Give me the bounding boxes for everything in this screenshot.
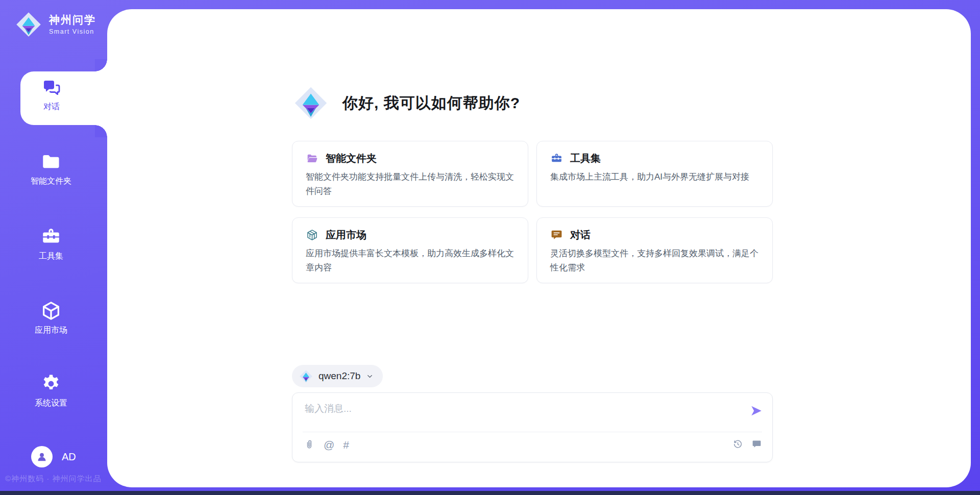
- open-folder-icon: [306, 152, 318, 165]
- assistant-gem-icon: [293, 86, 328, 120]
- brand-logo: 神州问学 Smart Vision: [15, 11, 96, 38]
- toolbox-icon: [40, 226, 62, 247]
- chat-bubbles-icon: [41, 78, 62, 98]
- toolbox-icon: [550, 152, 563, 165]
- main-panel: 你好, 我可以如何帮助你? 智能文件夹 智能文件夹功能支持批量文件上传与清洗，轻…: [107, 9, 971, 487]
- gear-icon: [40, 373, 62, 394]
- composer-tools-right: [732, 439, 762, 450]
- active-tab-fillet-bottom: [95, 125, 107, 137]
- sidebar-item-smart-folders[interactable]: 智能文件夹: [8, 151, 94, 187]
- attachment-icon: [304, 439, 315, 450]
- history-button[interactable]: [732, 439, 743, 450]
- feature-cards: 智能文件夹 智能文件夹功能支持批量文件上传与清洗，轻松实现文件问答 工具集 集成…: [292, 141, 773, 283]
- message-input[interactable]: [304, 401, 734, 430]
- user-name: AD: [62, 451, 76, 463]
- folder-icon: [40, 151, 62, 172]
- history-icon: [732, 439, 743, 450]
- sidebar-item-label: 对话: [20, 102, 83, 112]
- card-description: 集成市场上主流工具，助力AI与外界无缝扩展与对接: [550, 170, 759, 184]
- mention-button[interactable]: @: [324, 439, 334, 450]
- card-title: 智能文件夹: [326, 152, 377, 165]
- sidebar-item-label: 应用市场: [8, 325, 94, 336]
- cube-icon: [40, 300, 62, 321]
- chevron-down-icon: [366, 373, 374, 380]
- greeting-block: 你好, 我可以如何帮助你?: [293, 86, 520, 120]
- cube-grid-icon: [306, 229, 318, 241]
- card-description: 智能文件夹功能支持批量文件上传与清洗，轻松实现文件问答: [306, 170, 514, 199]
- user-profile[interactable]: AD: [31, 446, 76, 467]
- greeting-title: 你好, 我可以如何帮助你?: [342, 93, 520, 114]
- card-toolset[interactable]: 工具集 集成市场上主流工具，助力AI与外界无缝扩展与对接: [536, 141, 773, 207]
- card-description: 灵活切换多模型文件，支持多样回复效果调试，满足个性化需求: [550, 246, 759, 275]
- active-tab-fillet-top: [95, 59, 107, 71]
- topic-icon: #: [343, 439, 349, 450]
- sidebar-item-label: 工具集: [8, 251, 94, 262]
- copyright-text: ©神州数码 · 神州问学出品: [5, 474, 112, 484]
- composer-tools-left: @ #: [304, 439, 349, 450]
- send-icon: [750, 404, 763, 417]
- composer-divider: [303, 432, 762, 432]
- brand-name: 神州问学: [49, 14, 96, 26]
- card-title: 对话: [570, 228, 591, 242]
- window-bottom-bar: [0, 491, 980, 495]
- card-app-market[interactable]: 应用市场 应用市场提供丰富长文本模板，助力高效生成多样化文章内容: [292, 217, 528, 283]
- sidebar-item-label: 智能文件夹: [8, 176, 94, 187]
- card-title: 应用市场: [326, 228, 366, 242]
- avatar: [31, 446, 53, 467]
- conversations-button[interactable]: [751, 439, 762, 450]
- sidebar-item-toolset[interactable]: 工具集: [8, 226, 94, 262]
- card-description: 应用市场提供丰富长文本模板，助力高效生成多样化文章内容: [306, 246, 514, 275]
- brand-text: 神州问学 Smart Vision: [49, 14, 96, 35]
- brand-gem-icon: [15, 11, 42, 38]
- sidebar-item-settings[interactable]: 系统设置: [8, 373, 94, 409]
- gem-logo-icon: [299, 369, 313, 383]
- model-selector[interactable]: qwen2:7b: [292, 365, 383, 387]
- card-chat[interactable]: 对话 灵活切换多模型文件，支持多样回复效果调试，满足个性化需求: [536, 217, 773, 283]
- sidebar-item-label: 系统设置: [8, 398, 94, 409]
- send-button[interactable]: [750, 404, 763, 417]
- message-composer: @ #: [292, 392, 773, 462]
- brand-subtitle: Smart Vision: [49, 28, 96, 35]
- sidebar-item-app-market[interactable]: 应用市场: [8, 300, 94, 336]
- user-icon: [35, 450, 48, 463]
- conversation-icon: [751, 439, 762, 450]
- card-title: 工具集: [570, 152, 601, 165]
- card-smart-folders[interactable]: 智能文件夹 智能文件夹功能支持批量文件上传与清洗，轻松实现文件问答: [292, 141, 528, 207]
- mention-icon: @: [324, 439, 334, 450]
- attach-file-button[interactable]: [304, 439, 315, 450]
- topic-button[interactable]: #: [343, 439, 349, 450]
- chat-lines-icon: [550, 229, 563, 241]
- model-name: qwen2:7b: [318, 370, 360, 382]
- sidebar-item-chat[interactable]: 对话: [20, 71, 107, 125]
